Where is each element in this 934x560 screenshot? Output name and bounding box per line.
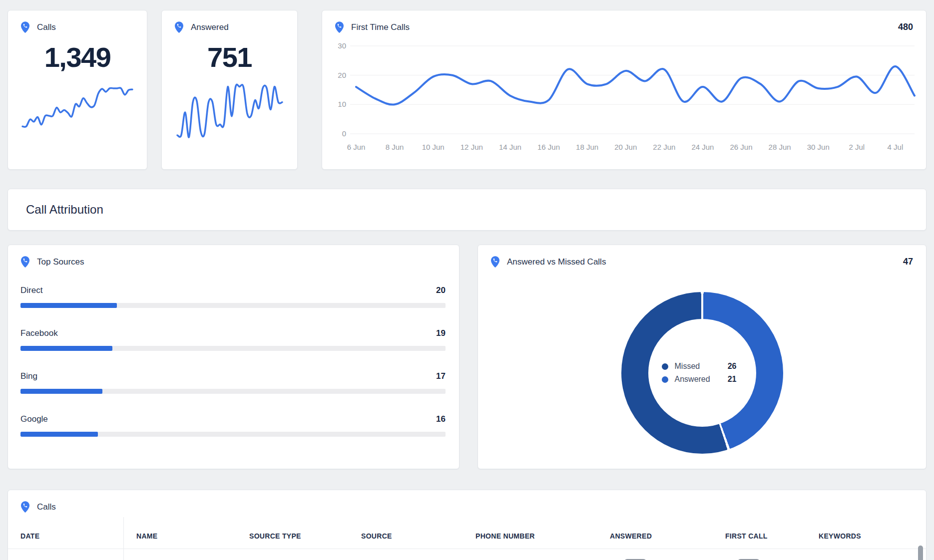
svg-text:12 Jun: 12 Jun xyxy=(461,143,483,151)
svg-text:20: 20 xyxy=(338,71,346,79)
svg-text:30 Jun: 30 Jun xyxy=(807,143,830,151)
call-pin-icon xyxy=(335,21,344,33)
calls-kpi-value: 1,349 xyxy=(8,41,147,73)
svg-text:10 Jun: 10 Jun xyxy=(422,143,445,151)
source-value: 17 xyxy=(436,371,446,381)
table-scrollbar-thumb[interactable] xyxy=(918,546,923,560)
source-value: 16 xyxy=(436,414,446,424)
call-pin-icon xyxy=(491,256,499,268)
source-row-bing: Bing 17 xyxy=(20,371,446,394)
answered-sparkline-chart xyxy=(174,80,285,143)
first-time-calls-chart: 01020306 Jun8 Jun10 Jun12 Jun14 Jun16 Ju… xyxy=(330,36,921,161)
source-bar-fill xyxy=(20,346,112,351)
kpi-row: Calls 1,349 Answered 751 xyxy=(7,10,927,170)
svg-text:10: 10 xyxy=(338,100,346,108)
svg-text:2 Jul: 2 Jul xyxy=(849,143,865,151)
answered-card-header: Answered xyxy=(162,10,297,33)
top-sources-header: Top Sources xyxy=(8,245,459,268)
column-header-date: DATE xyxy=(20,525,136,549)
svg-text:6 Jun: 6 Jun xyxy=(347,143,366,151)
source-label: Facebook xyxy=(20,328,58,338)
missed-label: Missed xyxy=(675,362,700,371)
svg-text:0: 0 xyxy=(342,129,346,138)
attribution-row: Top Sources Direct 20 Facebook 19 xyxy=(7,245,927,469)
answered-vs-missed-title: Answered vs Missed Calls xyxy=(507,257,606,267)
source-value: 19 xyxy=(436,328,446,338)
svg-text:22 Jun: 22 Jun xyxy=(653,143,675,151)
calls-table-column-headers: DATE NAME SOURCE TYPE SOURCE PHONE NUMBE… xyxy=(8,525,926,549)
source-bar-track xyxy=(20,303,446,308)
source-label: Direct xyxy=(20,285,42,295)
svg-text:8 Jun: 8 Jun xyxy=(386,143,404,151)
source-row-google: Google 16 xyxy=(20,414,446,437)
missed-dot xyxy=(662,363,668,370)
svg-text:16 Jun: 16 Jun xyxy=(537,143,560,151)
source-row-direct: Direct 20 xyxy=(20,285,446,308)
column-header-first-call: FIRST CALL xyxy=(725,525,819,549)
answered-vs-missed-card: Answered vs Missed Calls 47 Missed 26 An… xyxy=(477,245,927,469)
source-bar-track xyxy=(20,432,446,437)
svg-text:26 Jun: 26 Jun xyxy=(730,143,753,151)
answered-card-title: Answered xyxy=(191,22,229,32)
svg-text:4 Jul: 4 Jul xyxy=(888,143,904,151)
svg-text:30: 30 xyxy=(338,41,346,50)
svg-text:28 Jun: 28 Jun xyxy=(769,143,791,151)
calls-table-header: Calls xyxy=(8,490,926,513)
call-pin-icon xyxy=(21,501,29,513)
missed-value: 26 xyxy=(728,362,737,371)
source-bar-fill xyxy=(20,389,102,394)
svg-text:18 Jun: 18 Jun xyxy=(576,143,598,151)
column-header-source: SOURCE xyxy=(361,525,475,549)
top-sources-list: Direct 20 Facebook 19 xyxy=(8,268,459,437)
calls-card-header: Calls xyxy=(8,10,147,33)
svg-text:20 Jun: 20 Jun xyxy=(614,143,637,151)
first-time-calls-header: First Time Calls 480 xyxy=(322,10,926,33)
call-pin-icon xyxy=(175,21,183,33)
legend-row-missed: Missed 26 xyxy=(662,362,737,371)
column-header-source-type: SOURCE TYPE xyxy=(249,525,361,549)
source-bar-track xyxy=(20,346,446,351)
source-row-facebook: Facebook 19 xyxy=(20,328,446,351)
column-header-phone-number: PHONE NUMBER xyxy=(475,525,610,549)
legend-row-answered: Answered 21 xyxy=(662,375,737,384)
column-header-keywords: KEYWORDS xyxy=(819,525,926,549)
calls-kpi-card: Calls 1,349 xyxy=(7,10,147,170)
calls-table-title: Calls xyxy=(37,502,56,512)
donut-legend: Missed 26 Answered 21 xyxy=(662,358,737,388)
answered-kpi-card: Answered 751 xyxy=(161,10,298,170)
answered-dot xyxy=(662,376,668,383)
answered-vs-missed-header: Answered vs Missed Calls 47 xyxy=(478,245,926,268)
first-time-calls-total: 480 xyxy=(898,22,913,32)
top-sources-card: Top Sources Direct 20 Facebook 19 xyxy=(7,245,460,469)
source-bar-fill xyxy=(20,432,98,437)
top-sources-title: Top Sources xyxy=(37,257,84,267)
answered-value: 21 xyxy=(728,375,737,384)
date-column-divider xyxy=(123,517,124,560)
first-time-calls-title: First Time Calls xyxy=(351,22,410,32)
answered-label: Answered xyxy=(675,375,710,384)
source-value: 20 xyxy=(436,285,446,295)
column-header-answered: ANSWERED xyxy=(610,525,725,549)
source-bar-fill xyxy=(20,303,117,308)
dashboard: Calls 1,349 Answered 751 xyxy=(0,0,934,560)
answered-vs-missed-total: 47 xyxy=(903,257,913,267)
svg-text:24 Jun: 24 Jun xyxy=(691,143,714,151)
calls-sparkline-chart xyxy=(19,80,135,136)
answered-kpi-value: 751 xyxy=(162,41,297,73)
section-title: Call Attribution xyxy=(26,203,103,217)
source-label: Google xyxy=(20,414,48,424)
first-time-calls-card: First Time Calls 480 01020306 Jun8 Jun10… xyxy=(322,10,927,170)
source-bar-track xyxy=(20,389,446,394)
call-attribution-section: Call Attribution xyxy=(7,189,927,231)
column-header-name: NAME xyxy=(136,525,249,549)
calls-table-card: Calls DATE NAME SOURCE TYPE SOURCE PHONE… xyxy=(7,490,927,560)
source-label: Bing xyxy=(20,371,37,381)
call-pin-icon xyxy=(21,21,29,33)
call-pin-icon xyxy=(21,256,29,268)
calls-card-title: Calls xyxy=(37,22,56,32)
answered-vs-missed-donut-chart: Missed 26 Answered 21 xyxy=(621,292,783,454)
svg-text:14 Jun: 14 Jun xyxy=(499,143,521,151)
